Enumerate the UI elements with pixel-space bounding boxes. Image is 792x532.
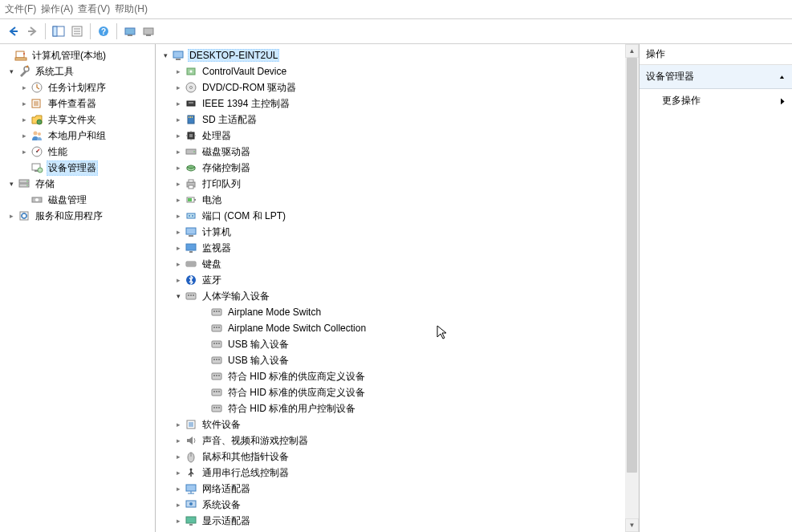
tree-task-scheduler[interactable]: ▸ 任务计划程序 bbox=[0, 79, 155, 95]
tree-device-manager[interactable]: 设备管理器 bbox=[0, 160, 155, 176]
device-category[interactable]: ▸监视器 bbox=[156, 240, 639, 256]
device-tree-pane[interactable]: ▾ DESKTOP-EINT2UL ▸ControlVault Device▸D… bbox=[156, 44, 640, 532]
menu-view[interactable]: 查看(V) bbox=[76, 1, 112, 18]
device-category[interactable]: ▸电池 bbox=[156, 192, 639, 208]
expand-icon[interactable]: ▸ bbox=[172, 482, 185, 495]
device-category[interactable]: ▸网络适配器 bbox=[156, 481, 639, 497]
tree-performance[interactable]: ▸ 性能 bbox=[0, 144, 155, 160]
tree-local-users[interactable]: ▸ 本地用户和组 bbox=[0, 128, 155, 144]
device-category[interactable]: ▸SD 主适配器 bbox=[156, 112, 639, 128]
expand-icon[interactable]: ▸ bbox=[172, 450, 185, 463]
vertical-scrollbar[interactable]: ▲ ▼ bbox=[625, 44, 639, 532]
expand-icon[interactable]: ▸ bbox=[172, 466, 185, 479]
tree-disk-management[interactable]: 磁盘管理 bbox=[0, 192, 155, 208]
tree-root-computer-management[interactable]: 计算机管理(本地) bbox=[0, 47, 155, 63]
device-category[interactable]: ▸蓝牙 bbox=[156, 272, 639, 288]
device-category[interactable]: ▸磁盘驱动器 bbox=[156, 144, 639, 160]
device-item[interactable]: Airplane Mode Switch bbox=[156, 304, 639, 320]
device-category[interactable]: ▸键盘 bbox=[156, 256, 639, 272]
menu-action[interactable]: 操作(A) bbox=[39, 1, 75, 18]
expand-icon[interactable]: ▸ bbox=[172, 81, 185, 94]
show-hide-pane-button[interactable] bbox=[50, 22, 67, 40]
expand-icon[interactable]: ▸ bbox=[18, 145, 30, 158]
tree-storage[interactable]: ▾ 存储 bbox=[0, 176, 155, 192]
device-category[interactable]: ▸通用串行总线控制器 bbox=[156, 465, 639, 481]
scroll-thumb[interactable] bbox=[627, 58, 637, 473]
expand-icon[interactable]: ▸ bbox=[172, 242, 185, 254]
expand-icon[interactable]: ▾ bbox=[5, 65, 18, 78]
device-category[interactable]: ▸系统设备 bbox=[156, 497, 639, 513]
device-item[interactable]: USB 输入设备 bbox=[156, 336, 639, 352]
svg-rect-38 bbox=[176, 59, 181, 60]
tree-services-apps[interactable]: ▸ 服务和应用程序 bbox=[0, 208, 155, 224]
device-category[interactable]: ▸端口 (COM 和 LPT) bbox=[156, 208, 639, 224]
svg-rect-92 bbox=[216, 359, 217, 360]
expand-icon[interactable]: ▸ bbox=[172, 161, 185, 174]
device-category[interactable]: ▸ControlVault Device bbox=[156, 63, 639, 79]
expand-icon[interactable]: ▸ bbox=[172, 193, 185, 206]
help-button[interactable]: ? bbox=[95, 22, 112, 40]
expand-icon[interactable]: ▸ bbox=[18, 129, 30, 142]
device-category[interactable]: ▸显示适配器 bbox=[156, 513, 639, 529]
properties-button[interactable] bbox=[68, 22, 86, 40]
scan-hardware-button[interactable] bbox=[121, 22, 139, 40]
device-category[interactable]: ▸打印队列 bbox=[156, 176, 639, 192]
expand-icon[interactable]: ▸ bbox=[172, 498, 185, 511]
expand-icon[interactable]: ▸ bbox=[172, 274, 185, 286]
hid-icon bbox=[210, 402, 223, 415]
expand-icon[interactable]: ▾ bbox=[159, 49, 172, 62]
expand-icon[interactable]: ▸ bbox=[172, 209, 185, 222]
tree-shared-folders[interactable]: ▸ 共享文件夹 bbox=[0, 112, 155, 128]
device-category[interactable]: ▸DVD/CD-ROM 驱动器 bbox=[156, 79, 639, 95]
device-category[interactable]: ▸计算机 bbox=[156, 224, 639, 240]
expand-icon[interactable]: ▸ bbox=[172, 97, 185, 110]
expand-icon[interactable]: ▸ bbox=[172, 145, 185, 158]
device-category[interactable]: ▸声音、视频和游戏控制器 bbox=[156, 433, 639, 449]
update-driver-button[interactable] bbox=[140, 22, 157, 40]
expand-icon[interactable]: ▾ bbox=[172, 290, 185, 303]
expand-icon[interactable]: ▸ bbox=[172, 113, 185, 126]
expand-icon[interactable]: ▸ bbox=[172, 258, 185, 270]
device-category[interactable]: ▸软件设备 bbox=[156, 416, 639, 433]
device-root[interactable]: ▾ DESKTOP-EINT2UL bbox=[156, 47, 639, 63]
device-category[interactable]: ▸存储控制器 bbox=[156, 160, 639, 176]
actions-subheader[interactable]: 设备管理器 ▲ bbox=[640, 65, 792, 89]
expand-icon[interactable]: ▸ bbox=[18, 81, 30, 94]
forward-button[interactable] bbox=[23, 22, 41, 40]
device-category[interactable]: ▸处理器 bbox=[156, 128, 639, 144]
device-item[interactable]: USB 输入设备 bbox=[156, 352, 639, 368]
console-tree-pane[interactable]: 计算机管理(本地) ▾ 系统工具 ▸ 任务计划程序 ▸ 事件查看器 ▸ 共享文件… bbox=[0, 44, 156, 532]
device-item[interactable]: 符合 HID 标准的供应商定义设备 bbox=[156, 384, 639, 400]
tree-system-tools[interactable]: ▾ 系统工具 bbox=[0, 63, 155, 79]
tree-event-viewer[interactable]: ▸ 事件查看器 bbox=[0, 95, 155, 112]
expand-icon[interactable]: ▸ bbox=[172, 225, 185, 238]
collapse-icon[interactable]: ▲ bbox=[778, 74, 786, 79]
menu-help[interactable]: 帮助(H) bbox=[113, 1, 149, 18]
expand-icon[interactable]: ▸ bbox=[18, 97, 30, 110]
tree-label: Airplane Mode Switch Collection bbox=[226, 323, 368, 334]
expand-icon[interactable]: ▸ bbox=[172, 514, 185, 527]
expand-icon[interactable]: ▸ bbox=[18, 113, 30, 126]
expand-icon[interactable]: ▸ bbox=[172, 129, 185, 142]
tree-label: Airplane Mode Switch bbox=[226, 307, 323, 318]
expand-icon[interactable]: ▸ bbox=[172, 177, 185, 190]
svg-point-22 bbox=[34, 132, 38, 136]
device-category[interactable]: ▸鼠标和其他指针设备 bbox=[156, 449, 639, 465]
menu-file[interactable]: 文件(F) bbox=[3, 1, 38, 18]
device-category[interactable]: ▸IEEE 1394 主控制器 bbox=[156, 95, 639, 112]
scroll-up-button[interactable]: ▲ bbox=[625, 44, 639, 58]
device-category-hid[interactable]: ▾ 人体学输入设备 bbox=[156, 288, 639, 304]
expand-icon[interactable]: ▸ bbox=[5, 209, 18, 222]
device-item[interactable]: Airplane Mode Switch Collection bbox=[156, 320, 639, 336]
svg-rect-95 bbox=[213, 375, 215, 376]
back-button[interactable] bbox=[5, 22, 22, 40]
expand-icon[interactable]: ▾ bbox=[5, 177, 18, 190]
scroll-track[interactable] bbox=[625, 58, 639, 518]
device-item[interactable]: 符合 HID 标准的用户控制设备 bbox=[156, 400, 639, 416]
device-item[interactable]: 符合 HID 标准的供应商定义设备 bbox=[156, 368, 639, 384]
more-actions[interactable]: 更多操作 ▶ bbox=[640, 89, 792, 112]
scroll-down-button[interactable]: ▼ bbox=[625, 518, 639, 532]
expand-icon[interactable]: ▸ bbox=[172, 434, 185, 447]
expand-icon[interactable]: ▸ bbox=[172, 65, 185, 78]
expand-icon[interactable]: ▸ bbox=[172, 418, 185, 431]
